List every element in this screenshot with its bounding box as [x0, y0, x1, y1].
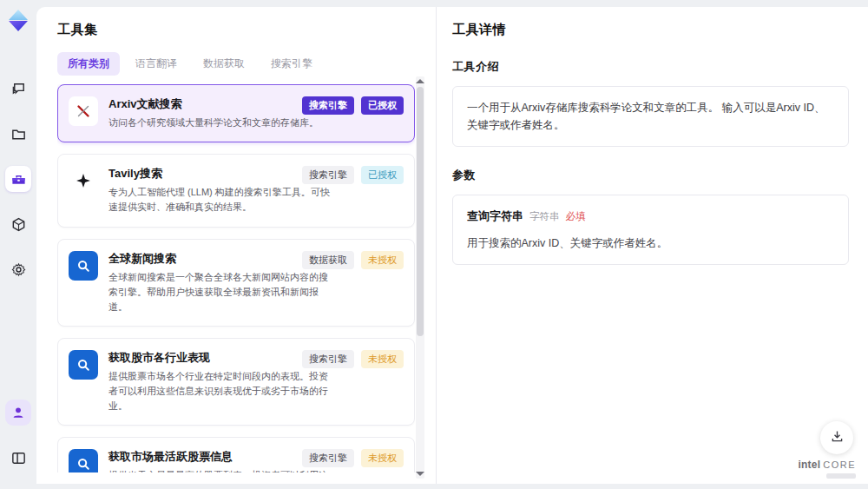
param-description: 用于搜索的Arxiv ID、关键字或作者姓名。: [467, 235, 834, 252]
tool-auth-badge: 已授权: [361, 166, 404, 184]
detail-title: 工具详情: [452, 22, 849, 38]
main-content: 工具集 所有类别语言翻译数据获取搜索引擎 Arxiv文献搜索 访问各个研究领域大…: [36, 7, 868, 484]
tool-category-badge: 搜索引擎: [302, 96, 354, 115]
tool-tags: 搜索引擎 已授权: [302, 96, 404, 115]
download-button[interactable]: [820, 421, 853, 454]
tool-card[interactable]: Arxiv文献搜索 访问各个研究领域大量科学论文和文章的存储库。 搜索引擎 已授…: [57, 84, 415, 142]
sidebar-item-settings[interactable]: [5, 256, 31, 282]
arxiv-logo-icon: [69, 96, 98, 126]
category-tab[interactable]: 数据获取: [193, 52, 255, 76]
panel-layout-icon: [10, 450, 27, 466]
param-head: 查询字符串 字符串 必填: [467, 208, 834, 226]
blue-search-icon: [69, 449, 98, 472]
params-section-title: 参数: [452, 168, 849, 183]
tool-card[interactable]: Tavily搜索 专为人工智能代理 (LLM) 构建的搜索引擎工具。可快速提供实…: [57, 154, 415, 227]
params-list: 查询字符串 字符串 必填 用于搜索的Arxiv ID、关键字或作者姓名。: [452, 195, 849, 265]
download-icon: [830, 429, 845, 447]
list-scrollbar[interactable]: [416, 76, 424, 479]
user-icon: [10, 405, 26, 420]
tool-description: 提供当天交易量最高的股票列表，投资者可以利用这些信息来识别流动性强的股票和潜在的…: [108, 468, 332, 472]
tool-category-badge: 数据获取: [302, 251, 354, 269]
scroll-down-icon[interactable]: [416, 472, 424, 476]
sidebar-item-chat[interactable]: [5, 76, 31, 102]
category-tab[interactable]: 语言翻译: [125, 52, 187, 76]
tool-tags: 搜索引擎 已授权: [302, 166, 404, 184]
sidebar-item-files[interactable]: [5, 121, 31, 147]
tool-category-badge: 搜索引擎: [302, 166, 354, 184]
core-wordmark: CORE: [823, 459, 856, 470]
param-type: 字符串: [529, 208, 560, 224]
param-name: 查询字符串: [467, 208, 523, 226]
tool-tags: 数据获取 未授权: [302, 251, 404, 269]
app-logo-gem-icon[interactable]: [5, 7, 31, 33]
tool-intro-box: 一个用于从Arxiv存储库搜索科学论文和文章的工具。 输入可以是Arxiv ID…: [452, 86, 849, 147]
tool-card[interactable]: 获取股市各行业表现 提供股票市场各个行业在特定时间段内的表现。投资者可以利用这些…: [57, 338, 415, 426]
tavily-star-icon: [69, 166, 98, 195]
intel-wordmark: intel: [799, 459, 821, 471]
category-tabs: 所有类别语言翻译数据获取搜索引擎: [57, 52, 436, 76]
chat-icon: [10, 81, 27, 97]
toolbox-icon: [10, 171, 27, 188]
settings-gear-icon: [10, 261, 27, 278]
tool-tags: 搜索引擎 未授权: [302, 350, 404, 368]
intro-section-title: 工具介绍: [452, 59, 849, 75]
blue-search-icon: [69, 350, 98, 380]
tool-detail-panel: 工具详情 工具介绍 一个用于从Arxiv存储库搜索科学论文和文章的工具。 输入可…: [437, 7, 868, 484]
param-card: 查询字符串 字符串 必填 用于搜索的Arxiv ID、关键字或作者姓名。: [452, 195, 849, 265]
param-required-badge: 必填: [566, 208, 586, 224]
tool-auth-badge: 未授权: [361, 251, 404, 269]
tool-card[interactable]: 获取市场最活跃股票信息 提供当天交易量最高的股票列表，投资者可以利用这些信息来识…: [57, 437, 415, 472]
tool-category-badge: 搜索引擎: [302, 449, 354, 467]
sidebar-item-tools[interactable]: [5, 166, 31, 192]
tool-category-badge: 搜索引擎: [302, 350, 354, 368]
tool-auth-badge: 未授权: [361, 449, 404, 467]
sidebar-item-packages[interactable]: [5, 211, 31, 237]
intel-sub-badge: [826, 473, 856, 479]
intel-core-logo: intelCORE: [799, 456, 856, 479]
tool-list: Arxiv文献搜索 访问各个研究领域大量科学论文和文章的存储库。 搜索引擎 已授…: [57, 84, 415, 472]
package-cube-icon: [10, 216, 27, 233]
tool-auth-badge: 未授权: [361, 350, 404, 368]
tool-auth-badge: 已授权: [361, 96, 404, 115]
sidebar-rail: [0, 0, 36, 489]
sidebar-item-panel-toggle[interactable]: [5, 445, 31, 471]
sidebar-item-account[interactable]: [5, 400, 31, 426]
scrollbar-thumb[interactable]: [417, 87, 424, 336]
folder-icon: [10, 126, 27, 142]
tool-description: 专为人工智能代理 (LLM) 构建的搜索引擎工具。可快速提供实时、准确和真实的结…: [108, 185, 332, 215]
scroll-up-icon[interactable]: [416, 79, 424, 83]
tool-list-panel: 工具集 所有类别语言翻译数据获取搜索引擎 Arxiv文献搜索 访问各个研究领域大…: [36, 7, 437, 484]
tool-card[interactable]: 全球新闻搜索 全球新闻搜索是一个聚合全球各大新闻网站内容的搜索引擎。帮助用户快速…: [57, 239, 415, 327]
tool-description: 全球新闻搜索是一个聚合全球各大新闻网站内容的搜索引擎。帮助用户快速获取全球最新资…: [108, 270, 332, 314]
page-title: 工具集: [57, 22, 436, 38]
category-tab[interactable]: 搜索引擎: [260, 52, 323, 76]
tool-description: 访问各个研究领域大量科学论文和文章的存储库。: [108, 116, 332, 130]
blue-search-icon: [69, 251, 98, 281]
tool-tags: 搜索引擎 未授权: [302, 449, 404, 467]
app-window: 工具集 所有类别语言翻译数据获取搜索引擎 Arxiv文献搜索 访问各个研究领域大…: [0, 0, 868, 489]
category-tab[interactable]: 所有类别: [57, 52, 120, 76]
tool-description: 提供股票市场各个行业在特定时间段内的表现。投资者可以利用这些信息来识别表现优于或…: [108, 369, 332, 413]
